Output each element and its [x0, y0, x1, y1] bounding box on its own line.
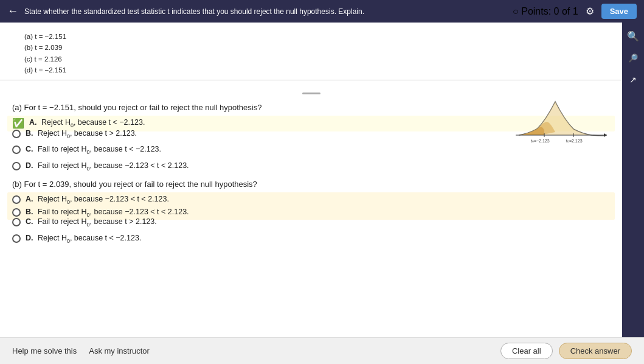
- share-button[interactable]: ↗: [625, 71, 642, 88]
- chart-svg: t₀=−2.123 t₀=2.123: [513, 86, 610, 147]
- clear-all-button[interactable]: Clear all: [500, 343, 553, 359]
- top-bar-left: ← State whether the standardized test st…: [7, 5, 364, 18]
- answer-choices: (a) t = −2.151 (b) t = 2.039 (c) t = 2.1…: [12, 31, 610, 76]
- radio-a-C[interactable]: [12, 145, 21, 154]
- option-a-A-text: A. Reject H0, because t < −2.123.: [29, 118, 145, 128]
- radio-b-A[interactable]: [12, 195, 21, 204]
- option-b-A-text: A. Reject H0, because −2.123 < t < 2.123…: [26, 195, 169, 205]
- right-icons: 🔍 🔎 ↗: [622, 23, 644, 337]
- option-a-B-text: B. Reject H0, because t > 2.123.: [26, 129, 137, 139]
- main-area: (a) t = −2.151 (b) t = 2.039 (c) t = 2.1…: [0, 23, 644, 337]
- drag-handle[interactable]: [302, 93, 320, 94]
- gear-button[interactable]: ⚙: [586, 5, 594, 17]
- svg-text:t₀=2.123: t₀=2.123: [566, 139, 583, 143]
- choice-a: (a) t = −2.151: [24, 31, 610, 42]
- choice-b: (b) t = 2.039: [24, 42, 610, 53]
- back-icon[interactable]: ←: [7, 5, 18, 18]
- option-b-D-text: D. Reject H0, because t < −2.123.: [26, 234, 141, 244]
- ask-instructor-button[interactable]: Ask my instructor: [89, 346, 150, 355]
- zoom-in-button[interactable]: 🔍: [625, 27, 642, 44]
- svg-marker-3: [604, 133, 607, 137]
- check-answer-button[interactable]: Check answer: [559, 343, 632, 359]
- zoom-out-button[interactable]: 🔎: [625, 49, 642, 66]
- option-b-B-text: B. Fail to reject H0, because −2.123 < t…: [26, 208, 189, 218]
- checkmark-icon-a: ✅: [12, 117, 24, 129]
- bottom-bar-left: Help me solve this Ask my instructor: [12, 346, 150, 355]
- option-a-C-text: C. Fail to reject H0, because t < −2.123…: [26, 145, 161, 155]
- help-me-solve-button[interactable]: Help me solve this: [12, 346, 77, 355]
- option-b-C-text: C. Fail to reject H0, because t > 2.123.: [26, 217, 157, 228]
- option-b-C[interactable]: C. Fail to reject H0, because t > 2.123.: [12, 217, 610, 228]
- option-b-D[interactable]: D. Reject H0, because t < −2.123.: [12, 234, 610, 244]
- save-button[interactable]: Save: [601, 4, 637, 19]
- radio-b-B[interactable]: [12, 208, 21, 217]
- left-panel: (a) t = −2.151 (b) t = 2.039 (c) t = 2.1…: [0, 23, 622, 337]
- radio-a-B[interactable]: [12, 130, 21, 138]
- top-bar: ← State whether the standardized test st…: [0, 0, 644, 23]
- points-label: ○ Points: 0 of 1: [513, 6, 578, 17]
- radio-a-D[interactable]: [12, 162, 21, 170]
- radio-b-C[interactable]: [12, 218, 21, 226]
- svg-text:t₀=−2.123: t₀=−2.123: [531, 139, 550, 143]
- question-header: (a) t = −2.151 (b) t = 2.039 (c) t = 2.1…: [0, 23, 622, 80]
- top-bar-right: ○ Points: 0 of 1 ⚙ Save: [513, 4, 637, 19]
- bell-curve-chart: t₀=−2.123 t₀=2.123: [513, 86, 610, 147]
- bottom-bar-right: Clear all Check answer: [500, 343, 632, 359]
- question-text: State whether the standardized test stat…: [24, 7, 364, 16]
- option-a-D[interactable]: D. Fail to reject H0, because −2.123 < t…: [12, 161, 610, 172]
- part-b-heading: (b) For t = 2.039, should you reject or …: [12, 180, 610, 189]
- radio-b-D[interactable]: [12, 234, 21, 243]
- choice-c: (c) t = 2.126: [24, 54, 610, 65]
- content-body: t₀=−2.123 t₀=2.123 (a) For t = −2.151, s…: [0, 80, 622, 337]
- choice-d: (d) t = −2.151: [24, 65, 610, 75]
- option-a-D-text: D. Fail to reject H0, because −2.123 < t…: [26, 161, 189, 172]
- bottom-bar: Help me solve this Ask my instructor Cle…: [0, 337, 644, 364]
